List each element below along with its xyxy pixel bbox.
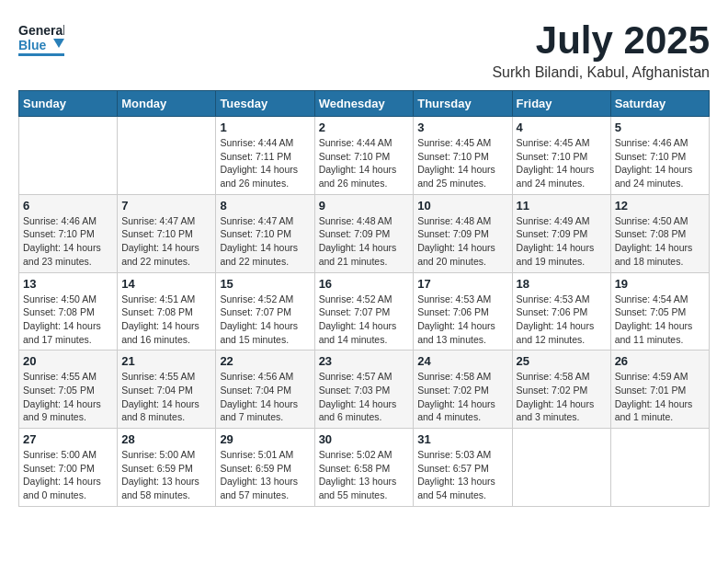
calendar-cell: 23Sunrise: 4:57 AM Sunset: 7:03 PM Dayli…	[314, 350, 414, 429]
day-info: Sunrise: 4:52 AM Sunset: 7:07 PM Dayligh…	[220, 293, 310, 347]
day-number: 27	[23, 432, 113, 446]
day-number: 12	[615, 199, 705, 213]
calendar-cell: 16Sunrise: 4:52 AM Sunset: 7:07 PM Dayli…	[314, 272, 414, 350]
day-info: Sunrise: 4:45 AM Sunset: 7:10 PM Dayligh…	[517, 136, 607, 190]
day-info: Sunrise: 4:44 AM Sunset: 7:10 PM Dayligh…	[319, 136, 410, 190]
calendar-cell: 31Sunrise: 5:03 AM Sunset: 6:57 PM Dayli…	[414, 429, 512, 507]
calendar-cell: 29Sunrise: 5:01 AM Sunset: 6:59 PM Dayli…	[216, 429, 314, 507]
week-row-2: 6Sunrise: 4:46 AM Sunset: 7:10 PM Daylig…	[19, 194, 710, 272]
day-number: 16	[319, 277, 410, 291]
day-number: 30	[319, 432, 410, 446]
day-number: 20	[23, 354, 113, 368]
svg-marker-1	[53, 39, 64, 48]
day-number: 5	[615, 121, 705, 134]
day-info: Sunrise: 4:59 AM Sunset: 7:01 PM Dayligh…	[615, 370, 705, 424]
day-info: Sunrise: 4:56 AM Sunset: 7:04 PM Dayligh…	[220, 370, 310, 424]
day-number: 28	[121, 432, 211, 446]
calendar-cell: 20Sunrise: 4:55 AM Sunset: 7:05 PM Dayli…	[19, 350, 118, 429]
day-number: 15	[220, 277, 310, 291]
calendar-cell: 21Sunrise: 4:55 AM Sunset: 7:04 PM Dayli…	[118, 350, 216, 429]
calendar-cell: 9Sunrise: 4:48 AM Sunset: 7:09 PM Daylig…	[314, 194, 414, 272]
day-number: 19	[615, 277, 705, 291]
day-number: 9	[319, 199, 410, 213]
calendar-cell: 4Sunrise: 4:45 AM Sunset: 7:10 PM Daylig…	[512, 117, 610, 195]
day-info: Sunrise: 4:53 AM Sunset: 7:06 PM Dayligh…	[417, 293, 507, 347]
calendar-cell: 15Sunrise: 4:52 AM Sunset: 7:07 PM Dayli…	[216, 272, 314, 350]
svg-text:General: General	[18, 23, 64, 38]
day-number: 14	[121, 277, 211, 291]
logo-icon: General Blue	[18, 18, 64, 63]
day-info: Sunrise: 5:00 AM Sunset: 7:00 PM Dayligh…	[23, 448, 113, 502]
calendar-cell	[118, 117, 216, 195]
calendar-cell: 10Sunrise: 4:48 AM Sunset: 7:09 PM Dayli…	[414, 194, 512, 272]
weekday-header-saturday: Saturday	[610, 91, 709, 117]
day-info: Sunrise: 4:44 AM Sunset: 7:11 PM Dayligh…	[220, 136, 310, 190]
calendar-cell: 6Sunrise: 4:46 AM Sunset: 7:10 PM Daylig…	[19, 194, 118, 272]
calendar-cell: 3Sunrise: 4:45 AM Sunset: 7:10 PM Daylig…	[414, 117, 512, 195]
day-info: Sunrise: 4:57 AM Sunset: 7:03 PM Dayligh…	[319, 370, 410, 424]
day-info: Sunrise: 4:47 AM Sunset: 7:10 PM Dayligh…	[220, 214, 310, 269]
day-number: 29	[220, 432, 310, 446]
calendar-cell: 26Sunrise: 4:59 AM Sunset: 7:01 PM Dayli…	[610, 350, 709, 429]
day-number: 4	[517, 121, 607, 134]
day-info: Sunrise: 5:03 AM Sunset: 6:57 PM Dayligh…	[417, 448, 507, 502]
day-number: 21	[121, 354, 211, 368]
day-info: Sunrise: 4:52 AM Sunset: 7:07 PM Dayligh…	[319, 293, 410, 347]
calendar-cell: 22Sunrise: 4:56 AM Sunset: 7:04 PM Dayli…	[216, 350, 314, 429]
calendar-cell: 13Sunrise: 4:50 AM Sunset: 7:08 PM Dayli…	[19, 272, 118, 350]
calendar-cell	[610, 429, 709, 507]
week-row-1: 1Sunrise: 4:44 AM Sunset: 7:11 PM Daylig…	[19, 117, 710, 195]
calendar-cell: 17Sunrise: 4:53 AM Sunset: 7:06 PM Dayli…	[414, 272, 512, 350]
week-row-4: 20Sunrise: 4:55 AM Sunset: 7:05 PM Dayli…	[19, 350, 710, 429]
calendar-cell: 2Sunrise: 4:44 AM Sunset: 7:10 PM Daylig…	[314, 117, 414, 195]
month-title: July 2025	[492, 18, 710, 63]
day-info: Sunrise: 4:50 AM Sunset: 7:08 PM Dayligh…	[23, 293, 113, 347]
day-number: 10	[417, 199, 507, 213]
page-header: General Blue July 2025 Surkh Bilandi, Ka…	[18, 18, 710, 81]
calendar-cell: 28Sunrise: 5:00 AM Sunset: 6:59 PM Dayli…	[118, 429, 216, 507]
day-number: 22	[220, 354, 310, 368]
day-info: Sunrise: 4:58 AM Sunset: 7:02 PM Dayligh…	[417, 370, 507, 424]
calendar-cell	[19, 117, 118, 195]
day-number: 7	[121, 199, 211, 213]
calendar-cell: 24Sunrise: 4:58 AM Sunset: 7:02 PM Dayli…	[414, 350, 512, 429]
calendar-cell: 30Sunrise: 5:02 AM Sunset: 6:58 PM Dayli…	[314, 429, 414, 507]
day-number: 18	[517, 277, 607, 291]
day-info: Sunrise: 4:58 AM Sunset: 7:02 PM Dayligh…	[517, 370, 607, 424]
weekday-header-tuesday: Tuesday	[216, 91, 314, 117]
svg-text:Blue: Blue	[18, 38, 47, 52]
calendar-cell	[512, 429, 610, 507]
day-number: 6	[23, 199, 113, 213]
day-number: 2	[319, 121, 410, 134]
weekday-header-thursday: Thursday	[414, 91, 512, 117]
calendar-cell: 8Sunrise: 4:47 AM Sunset: 7:10 PM Daylig…	[216, 194, 314, 272]
day-number: 23	[319, 354, 410, 368]
day-info: Sunrise: 4:48 AM Sunset: 7:09 PM Dayligh…	[319, 214, 410, 269]
day-number: 17	[417, 277, 507, 291]
day-info: Sunrise: 4:55 AM Sunset: 7:05 PM Dayligh…	[23, 370, 113, 424]
day-number: 25	[517, 354, 607, 368]
day-info: Sunrise: 5:01 AM Sunset: 6:59 PM Dayligh…	[220, 448, 310, 502]
day-info: Sunrise: 4:46 AM Sunset: 7:10 PM Dayligh…	[23, 214, 113, 269]
weekday-header-sunday: Sunday	[19, 91, 118, 117]
day-info: Sunrise: 5:02 AM Sunset: 6:58 PM Dayligh…	[319, 448, 410, 502]
day-info: Sunrise: 4:50 AM Sunset: 7:08 PM Dayligh…	[615, 214, 705, 269]
week-row-5: 27Sunrise: 5:00 AM Sunset: 7:00 PM Dayli…	[19, 429, 710, 507]
weekday-header-monday: Monday	[118, 91, 216, 117]
day-info: Sunrise: 4:48 AM Sunset: 7:09 PM Dayligh…	[417, 214, 507, 269]
day-info: Sunrise: 4:54 AM Sunset: 7:05 PM Dayligh…	[615, 293, 705, 347]
day-number: 3	[417, 121, 507, 134]
calendar-cell: 18Sunrise: 4:53 AM Sunset: 7:06 PM Dayli…	[512, 272, 610, 350]
day-info: Sunrise: 4:53 AM Sunset: 7:06 PM Dayligh…	[517, 293, 607, 347]
calendar-cell: 14Sunrise: 4:51 AM Sunset: 7:08 PM Dayli…	[118, 272, 216, 350]
day-number: 1	[220, 121, 310, 134]
day-info: Sunrise: 4:45 AM Sunset: 7:10 PM Dayligh…	[417, 136, 507, 190]
calendar-cell: 5Sunrise: 4:46 AM Sunset: 7:10 PM Daylig…	[610, 117, 709, 195]
weekday-header-wednesday: Wednesday	[314, 91, 414, 117]
calendar-cell: 19Sunrise: 4:54 AM Sunset: 7:05 PM Dayli…	[610, 272, 709, 350]
title-block: July 2025 Surkh Bilandi, Kabul, Afghanis…	[492, 18, 710, 81]
day-info: Sunrise: 4:47 AM Sunset: 7:10 PM Dayligh…	[121, 214, 211, 269]
location: Surkh Bilandi, Kabul, Afghanistan	[492, 64, 710, 81]
day-number: 26	[615, 354, 705, 368]
day-info: Sunrise: 5:00 AM Sunset: 6:59 PM Dayligh…	[121, 448, 211, 502]
